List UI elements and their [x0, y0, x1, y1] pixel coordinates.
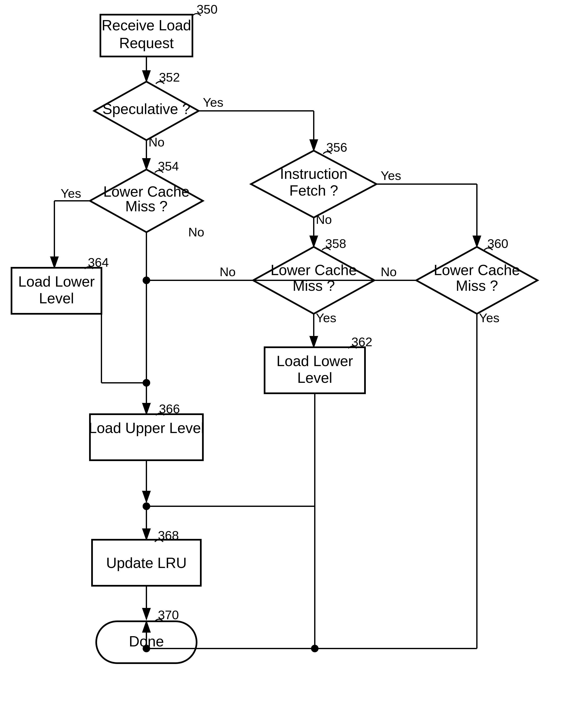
yes-label-358: Yes: [316, 311, 336, 325]
node-350-label: Receive Load: [102, 17, 191, 33]
node-364-label1: Load Lower: [18, 274, 95, 290]
no-label-356: No: [316, 213, 332, 226]
node-354-label2: Miss ?: [125, 198, 167, 214]
svg-point-21: [143, 379, 150, 387]
node-356-label2: Fetch ?: [289, 183, 338, 199]
node-350-label2: Request: [119, 35, 174, 51]
node-360-label1: Lower Cache: [434, 262, 520, 278]
yes-label-352: Yes: [203, 95, 223, 109]
svg-point-44: [143, 503, 150, 510]
no-label-352: No: [148, 135, 164, 149]
node-360-label2: Miss ?: [456, 278, 498, 294]
svg-point-39: [143, 277, 150, 284]
node-362-label2: Level: [297, 370, 332, 386]
node-352-label: Speculative ?: [103, 101, 190, 117]
node-358-label1: Lower Cache: [271, 262, 357, 278]
no-label-360: No: [381, 265, 397, 279]
node-368-label: Update LRU: [106, 555, 187, 571]
yes-label-356: Yes: [381, 169, 401, 183]
no-label-354: No: [188, 225, 204, 239]
flowchart-container: Receive Load Request 350 Speculative ? 3…: [0, 0, 571, 728]
node-354-label1: Lower Cache: [103, 184, 190, 200]
node-366-label1: Load Upper Level: [89, 420, 204, 436]
yes-label-354: Yes: [61, 186, 81, 200]
node-356-label1: Instruction: [280, 166, 348, 182]
node-362-label1: Load Lower: [276, 353, 353, 369]
no-label-358: No: [220, 265, 236, 279]
yes-label-360: Yes: [479, 311, 499, 325]
node-364-label2: Level: [39, 290, 74, 306]
